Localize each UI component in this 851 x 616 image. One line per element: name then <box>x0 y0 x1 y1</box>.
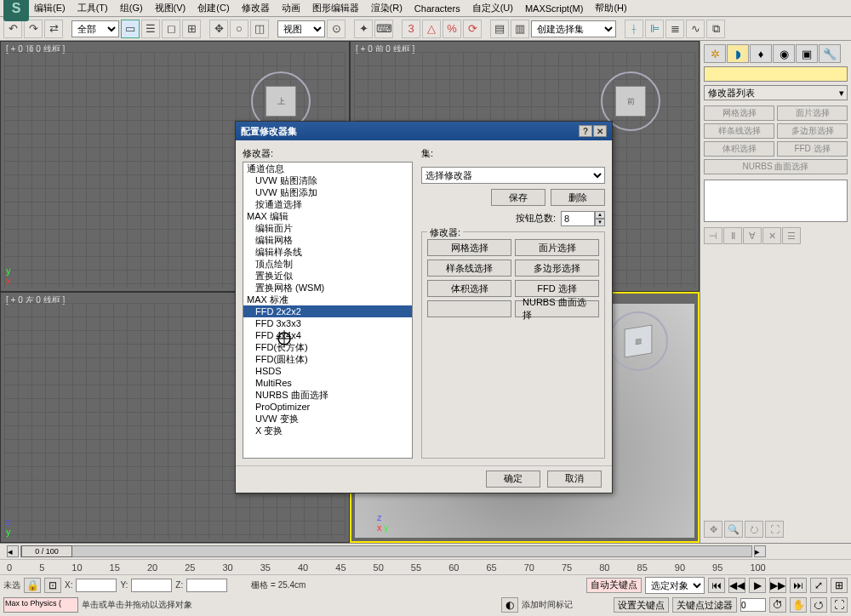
spinner-down-icon[interactable]: ▼ <box>595 219 605 226</box>
menu-customize[interactable]: 自定义(U) <box>472 2 513 14</box>
lock-selection-icon[interactable]: 🔒 <box>24 578 41 593</box>
modifier-list-item[interactable]: 编辑面片 <box>243 222 412 234</box>
angle-snap-icon[interactable]: △ <box>422 20 441 38</box>
modifier-list-item[interactable]: 编辑网格 <box>243 234 412 246</box>
time-slider[interactable]: ◂ 0 / 100 ▸ <box>0 544 851 559</box>
menu-views[interactable]: 视图(V) <box>155 2 186 14</box>
rp-nurbs-select-button[interactable]: NURBS 曲面选择 <box>704 159 848 174</box>
time-slider-thumb[interactable]: 0 / 100 <box>21 545 72 557</box>
isolate-selection-icon[interactable]: ⊡ <box>44 578 61 593</box>
select-by-name-icon[interactable]: ☰ <box>141 20 160 38</box>
nav-pan2-icon[interactable]: ✋ <box>790 597 807 613</box>
pin-stack-icon[interactable]: ⊣ <box>704 227 722 244</box>
mirror-icon[interactable]: ⟊ <box>625 20 643 38</box>
menu-maxscript[interactable]: MAXScript(M) <box>525 3 583 14</box>
rp-ffd-select-button[interactable]: FFD 选择 <box>777 141 848 157</box>
menu-characters[interactable]: Characters <box>414 3 460 14</box>
autokey-button[interactable]: 自动关键点 <box>586 578 642 593</box>
key-filters-button[interactable]: 关键点过滤器 <box>672 597 737 613</box>
use-center-icon[interactable]: ⊙ <box>327 20 346 38</box>
menu-edit[interactable]: 编辑(E) <box>34 2 66 14</box>
ok-button[interactable]: 确定 <box>486 471 540 488</box>
y-transform-input[interactable] <box>131 579 172 592</box>
link-icon[interactable]: ⇄ <box>44 20 63 38</box>
modifier-list-item[interactable]: FFD 4x4x4 <box>243 329 412 341</box>
modifier-list-item[interactable]: 按通道选择 <box>243 198 412 210</box>
dialog-help-icon[interactable]: ? <box>579 125 592 137</box>
align-icon[interactable]: ⊫ <box>645 20 664 38</box>
utilities-tab-icon[interactable]: 🔧 <box>819 44 841 63</box>
goto-start-icon[interactable]: ⏮ <box>708 578 725 593</box>
key-target-dropdown[interactable]: 选定对象 <box>645 577 705 594</box>
nav-zoomext-icon[interactable]: ⤢ <box>810 578 827 593</box>
button-total-spinner[interactable]: ▲▼ <box>561 211 605 226</box>
goto-end-icon[interactable]: ⏭ <box>790 578 807 593</box>
modifier-list-dropdown[interactable]: 修改器列表 <box>704 85 848 100</box>
snap-2d-icon[interactable]: 3 <box>402 20 420 38</box>
rp-patch-select-button[interactable]: 面片选择 <box>777 106 848 121</box>
save-set-button[interactable]: 保存 <box>491 189 545 206</box>
make-unique-icon[interactable]: ∀ <box>743 227 762 244</box>
next-frame-icon[interactable]: ▶▶ <box>769 578 786 593</box>
modifier-list-item[interactable]: X 变换 <box>243 425 412 436</box>
create-tab-icon[interactable]: ✲ <box>704 44 726 63</box>
x-transform-input[interactable] <box>76 579 117 592</box>
rp-poly-select-button[interactable]: 多边形选择 <box>777 123 848 139</box>
dialog-titlebar[interactable]: 配置修改器集 ? ✕ <box>236 122 612 140</box>
percent-snap-icon[interactable]: % <box>443 20 461 38</box>
time-slider-next-icon[interactable]: ▸ <box>754 545 766 557</box>
dialog-close-icon[interactable]: ✕ <box>593 125 607 137</box>
layers-icon[interactable]: ≣ <box>665 20 684 38</box>
sets-dropdown[interactable]: 选择修改器 <box>421 167 605 184</box>
keyboard-shortcut-icon[interactable]: ⌨ <box>374 20 393 38</box>
modifier-list-item[interactable]: FFD(长方体) <box>243 341 412 353</box>
rp-vol-select-button[interactable]: 体积选择 <box>704 141 774 157</box>
configure-sets-icon[interactable]: ☰ <box>782 227 801 244</box>
grid-nurbs-select-button[interactable]: NURBS 曲面选择 <box>515 300 599 317</box>
nav-maximize-icon[interactable]: ⛶ <box>765 521 784 538</box>
nav-orbit-icon[interactable]: ⭮ <box>745 521 763 538</box>
time-config-icon[interactable]: ⏱ <box>769 597 786 613</box>
menu-create[interactable]: 创建(C) <box>197 2 229 14</box>
redo-icon[interactable]: ↷ <box>24 20 43 38</box>
menu-group[interactable]: 组(G) <box>120 2 143 14</box>
modifier-list-item[interactable]: 置换网格 (WSM) <box>243 282 412 294</box>
select-region-icon[interactable]: ◻ <box>162 20 180 38</box>
modifier-list-item[interactable]: MultiRes <box>243 377 412 389</box>
modifier-list-item[interactable]: 置换近似 <box>243 270 412 282</box>
ref-coord-dropdown[interactable]: 视图 <box>277 20 325 37</box>
display-tab-icon[interactable]: ▣ <box>796 44 818 63</box>
grid-vol-select-button[interactable]: 体积选择 <box>427 280 511 297</box>
modify-tab-icon[interactable]: ◗ <box>727 44 749 63</box>
named-selection-set-dropdown[interactable]: 创建选择集 <box>531 20 616 37</box>
modifier-list-item[interactable]: UVW 贴图清除 <box>243 174 412 186</box>
grid-spline-select-button[interactable]: 样条线选择 <box>427 260 511 277</box>
schematic-view-icon[interactable]: ⧉ <box>706 20 725 38</box>
move-icon[interactable]: ✥ <box>209 20 228 38</box>
nav-orbit2-icon[interactable]: ⭯ <box>810 597 827 613</box>
time-slider-track[interactable]: 0 / 100 <box>20 545 752 557</box>
z-transform-input[interactable] <box>186 579 227 592</box>
grid-poly-select-button[interactable]: 多边形选择 <box>515 260 599 277</box>
menu-graph-editors[interactable]: 图形编辑器 <box>312 2 359 14</box>
button-total-input[interactable] <box>561 211 595 226</box>
scale-icon[interactable]: ◫ <box>250 20 269 38</box>
modifier-list-item[interactable]: 顶点绘制 <box>243 258 412 270</box>
rp-mesh-select-button[interactable]: 网格选择 <box>704 106 774 121</box>
nav-pan-icon[interactable]: ✥ <box>704 521 722 538</box>
add-time-tag-icon[interactable]: ◐ <box>501 597 518 613</box>
menu-tools[interactable]: 工具(T) <box>77 2 108 14</box>
named-selection-icon[interactable]: ▥ <box>511 20 529 38</box>
curve-editor-icon[interactable]: ∿ <box>686 20 705 38</box>
window-crossing-icon[interactable]: ⊞ <box>182 20 201 38</box>
spinner-snap-icon[interactable]: ⟳ <box>463 20 482 38</box>
modifier-list-item[interactable]: UVW 变换 <box>243 413 412 425</box>
selection-filter-dropdown[interactable]: 全部 <box>71 20 119 37</box>
grid-empty-button[interactable] <box>427 300 511 317</box>
motion-tab-icon[interactable]: ◉ <box>773 44 795 63</box>
modifier-list-item[interactable]: FFD 2x2x2 <box>243 305 412 317</box>
grid-patch-select-button[interactable]: 面片选择 <box>515 239 599 256</box>
cancel-button[interactable]: 取消 <box>547 471 602 488</box>
modifier-list-item[interactable]: ProOptimizer <box>243 401 412 413</box>
menu-animation[interactable]: 动画 <box>282 2 300 14</box>
